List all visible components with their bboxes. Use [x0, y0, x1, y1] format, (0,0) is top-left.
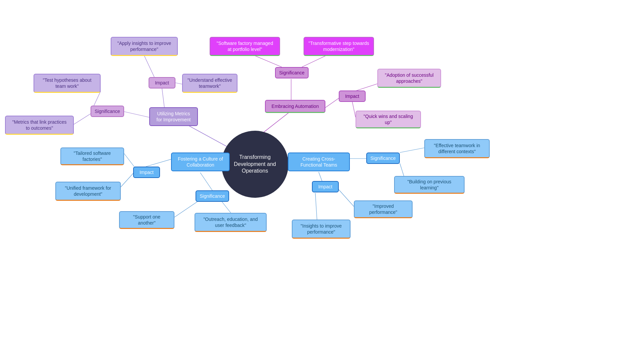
svg-line-27 [315, 193, 317, 220]
center-node: Transforming Development and Operations [221, 131, 288, 198]
metrics-link-node: "Metrics that link practices to outcomes… [5, 116, 74, 135]
svg-line-17 [252, 54, 282, 67]
svg-line-19 [325, 98, 339, 108]
adoption-node: "Adoption of successful approaches" [377, 69, 441, 88]
insights-performance-node: "Insights to improve performance" [292, 220, 351, 239]
utilizing-significance-node: Significance [91, 106, 124, 117]
embracing-impact-node: Impact [339, 90, 366, 102]
svg-line-13 [200, 173, 212, 190]
svg-line-11 [124, 154, 134, 167]
cross-impact-node: Impact [312, 181, 339, 192]
svg-line-6 [144, 56, 154, 77]
fostering-significance-node: Significance [196, 190, 229, 202]
unified-framework-node: "Unified framework for development" [55, 182, 121, 201]
tailored-software-node: "Tailored software factories" [60, 147, 124, 165]
software-factory-node: "Software factory managed at portfolio l… [210, 37, 280, 56]
test-hypotheses-node: "Test hypotheses about team work" [34, 74, 101, 93]
svg-line-18 [302, 54, 329, 67]
apply-insights-node: "Apply insights to improve performance" [111, 37, 178, 56]
svg-line-23 [400, 148, 424, 153]
svg-line-8 [94, 91, 101, 106]
svg-line-7 [175, 83, 182, 84]
transformative-step-node: "Transformative step towards modernizati… [304, 37, 374, 56]
quick-wins-node: "Quick wins and scaling up" [356, 111, 421, 128]
fostering-impact-node: Impact [133, 167, 160, 178]
svg-line-26 [336, 187, 354, 206]
utilizing-impact-node: Impact [149, 77, 175, 88]
svg-line-12 [121, 172, 134, 187]
embracing-significance-node: Significance [275, 67, 309, 78]
improved-performance-node: "Improved performance" [354, 200, 413, 218]
utilizing-metrics-label: Utilizing Metrics for Improvement [157, 111, 191, 122]
svg-line-10 [146, 159, 171, 167]
cross-significance-node: Significance [366, 153, 400, 164]
embracing-automation-node: Embracing Automation [265, 100, 325, 113]
utilizing-metrics-node: Utilizing Metrics for Improvement [149, 107, 198, 126]
svg-line-25 [319, 172, 322, 181]
effective-teamwork-node: "Effective teamwork in different context… [424, 139, 490, 158]
svg-line-4 [124, 112, 149, 117]
support-node: "Support one another" [119, 211, 174, 229]
center-label: Transforming Development and Operations [225, 154, 284, 175]
outreach-node: "Outreach, education, and user feedback" [195, 213, 267, 232]
svg-line-5 [162, 88, 164, 107]
building-learning-node: "Building on previous learning" [394, 176, 465, 194]
understand-teamwork-node: "Understand effective teamwork" [182, 74, 237, 93]
cross-functional-node: Creating Cross-Functional Teams [288, 153, 350, 171]
fostering-node: Fostering a Culture of Collaboration [171, 153, 230, 171]
